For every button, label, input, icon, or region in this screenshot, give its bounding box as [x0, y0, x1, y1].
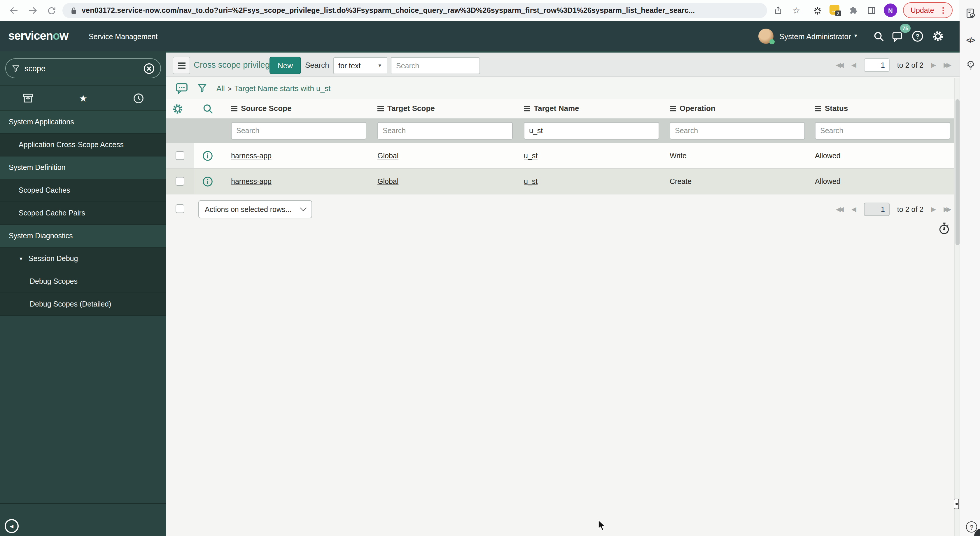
- clear-filter-icon[interactable]: [143, 63, 154, 74]
- browser-back-icon[interactable]: [7, 3, 21, 18]
- list-settings-gear-icon[interactable]: [172, 103, 183, 115]
- browser-reload-icon[interactable]: [45, 3, 58, 18]
- last-page-button[interactable]: ▶▶: [943, 62, 950, 68]
- settings-gear-icon[interactable]: [932, 30, 944, 43]
- row-checkbox[interactable]: [176, 151, 185, 160]
- sidebar-divider: [0, 503, 166, 504]
- search-type-select[interactable]: for text ▼: [333, 57, 387, 74]
- scrollbar-dock-icon[interactable]: [954, 499, 959, 509]
- next-page-button[interactable]: ▶: [931, 62, 936, 68]
- extension-badge: 3: [835, 11, 841, 16]
- cell-target-name[interactable]: u_st: [524, 177, 538, 186]
- breadcrumb-filter-link[interactable]: Target Name starts with u_st: [234, 84, 331, 93]
- column-header-target-scope[interactable]: Target Scope: [377, 104, 435, 113]
- address-bar[interactable]: ven03172.service-now.com/nav_to.do?uri=%…: [62, 3, 767, 18]
- code-panel-icon[interactable]: </>: [964, 33, 977, 47]
- sidebar-item-system-diagnostics[interactable]: System Diagnostics: [0, 225, 166, 247]
- list-frame: Cross scope privileges New Search for te…: [166, 51, 959, 536]
- column-menu-icon: [670, 106, 676, 107]
- user-avatar[interactable]: [758, 29, 773, 44]
- collapse-sidebar-button[interactable]: ◀: [5, 519, 19, 533]
- column-header-target-name[interactable]: Target Name: [524, 104, 579, 113]
- cell-target-scope[interactable]: Global: [377, 177, 398, 186]
- browser-profile-avatar[interactable]: N: [884, 3, 897, 17]
- last-page-button[interactable]: ▶▶: [943, 206, 950, 212]
- record-info-icon[interactable]: [202, 176, 213, 187]
- tab-history[interactable]: [111, 86, 166, 110]
- list-chat-icon[interactable]: [176, 83, 188, 94]
- breadcrumb-all-link[interactable]: All: [216, 84, 225, 93]
- list-search-input[interactable]: [391, 57, 480, 74]
- sidebar-item-debug-scopes-detailed[interactable]: Debug Scopes (Detailed): [0, 293, 166, 316]
- search-target-name-input[interactable]: [524, 122, 659, 140]
- browser-update-button[interactable]: Update ⋮: [903, 2, 953, 18]
- first-page-button[interactable]: ◀◀: [836, 62, 842, 68]
- next-page-button[interactable]: ▶: [931, 206, 936, 212]
- sidebar-item-scoped-cache-pairs[interactable]: Scoped Cache Pairs: [0, 202, 166, 225]
- tab-all-applications[interactable]: [0, 86, 56, 110]
- previous-page-button[interactable]: ◀: [851, 62, 856, 68]
- actions-on-selected-rows-select[interactable]: Actions on selected rows...: [198, 200, 312, 219]
- search-source-scope-input[interactable]: [231, 122, 366, 140]
- browser-forward-icon[interactable]: [25, 3, 40, 18]
- navigator-menu: System Applications Application Cross-Sc…: [0, 111, 166, 316]
- sidebar-item-session-debug[interactable]: ▼ Session Debug: [0, 247, 166, 270]
- extensions-puzzle-icon[interactable]: [847, 4, 860, 17]
- extension-yellow-icon[interactable]: ... 3: [829, 5, 839, 14]
- sidebar-item-debug-scopes[interactable]: Debug Scopes: [0, 270, 166, 293]
- cell-target-scope[interactable]: Global: [377, 152, 398, 160]
- list-title[interactable]: Cross scope privileges: [194, 60, 279, 70]
- list-scrollbar[interactable]: [955, 78, 959, 536]
- sidebar-item-system-applications[interactable]: System Applications: [0, 111, 166, 134]
- list-context-menu-button[interactable]: [173, 57, 190, 74]
- extension-spinner-icon[interactable]: [811, 4, 824, 17]
- response-time-icon[interactable]: [938, 222, 950, 235]
- side-panel-icon[interactable]: [865, 4, 878, 17]
- help-icon[interactable]: ?: [911, 30, 924, 43]
- navigator-filter[interactable]: [5, 58, 161, 78]
- new-record-button[interactable]: New: [269, 57, 301, 74]
- cell-source-scope[interactable]: harness-app: [231, 152, 272, 160]
- lightbulb-icon[interactable]: [964, 58, 977, 72]
- user-menu[interactable]: System Administrator: [780, 32, 851, 41]
- cell-operation: Write: [670, 152, 687, 160]
- column-menu-icon: [815, 106, 821, 107]
- page-range-label: to 2 of 2: [897, 61, 923, 69]
- rail-help-icon[interactable]: ?: [966, 522, 977, 533]
- scrollbar-thumb[interactable]: [956, 99, 959, 245]
- search-status-input[interactable]: [815, 122, 950, 140]
- product-name: Service Management: [89, 33, 158, 41]
- sidebar-item-scoped-caches[interactable]: Scoped Caches: [0, 179, 166, 202]
- mouse-cursor: [598, 520, 608, 531]
- user-caret-icon[interactable]: ▼: [853, 33, 858, 38]
- page-number-input[interactable]: [864, 203, 889, 216]
- sidebar-item-application-cross-scope-access[interactable]: Application Cross-Scope Access: [0, 134, 166, 156]
- expand-caret-icon[interactable]: ▼: [19, 256, 23, 261]
- column-search-toggle-icon[interactable]: [202, 103, 213, 115]
- global-search-icon[interactable]: [872, 30, 885, 43]
- column-header-operation[interactable]: Operation: [670, 104, 716, 113]
- cell-source-scope[interactable]: harness-app: [231, 177, 272, 186]
- column-header-status[interactable]: Status: [815, 104, 848, 113]
- row-checkbox[interactable]: [176, 177, 185, 186]
- page-number-input[interactable]: [864, 58, 889, 72]
- search-target-scope-input[interactable]: [377, 122, 513, 140]
- column-header-source-scope[interactable]: Source Scope: [231, 104, 291, 113]
- filter-icon[interactable]: [197, 83, 207, 93]
- share-icon[interactable]: [772, 4, 784, 17]
- first-page-button[interactable]: ◀◀: [836, 206, 842, 212]
- cell-target-name[interactable]: u_st: [524, 152, 538, 160]
- navigator-filter-input[interactable]: [24, 64, 139, 73]
- search-operation-input[interactable]: [670, 122, 805, 140]
- select-all-checkbox[interactable]: [176, 204, 185, 213]
- cell-status: Allowed: [815, 152, 841, 160]
- tab-favorites[interactable]: ★: [56, 86, 111, 110]
- browser-menu-icon[interactable]: ⋮: [938, 6, 949, 14]
- table-row[interactable]: harness-app Global u_st Write Allowed: [166, 143, 959, 169]
- previous-page-button[interactable]: ◀: [851, 206, 856, 212]
- sidebar-item-system-definition[interactable]: System Definition: [0, 156, 166, 179]
- record-info-icon[interactable]: [202, 151, 213, 161]
- reading-list-icon[interactable]: [964, 6, 977, 20]
- bookmark-star-icon[interactable]: ☆: [790, 4, 803, 17]
- table-row[interactable]: harness-app Global u_st Create Allowed: [166, 169, 959, 195]
